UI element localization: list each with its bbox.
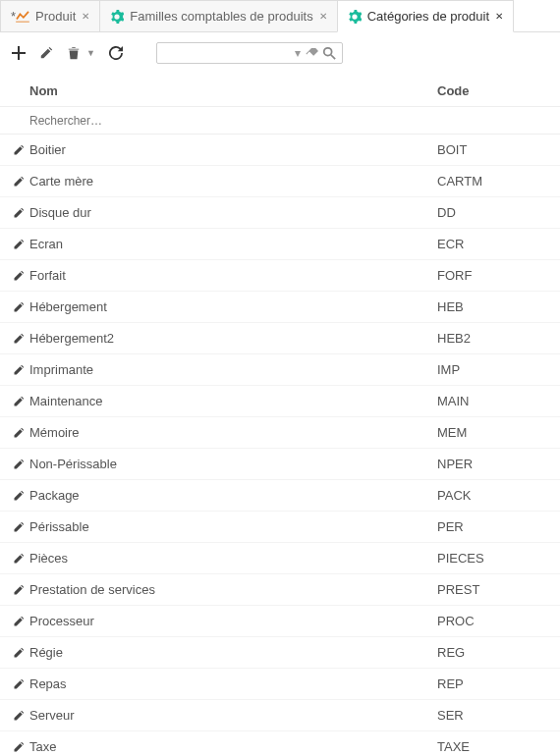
eraser-icon[interactable]: [305, 47, 318, 59]
table-row[interactable]: ServeurSER: [0, 700, 560, 731]
cell-nom: Périssable: [29, 519, 437, 534]
pencil-icon[interactable]: [8, 459, 29, 470]
cell-nom: Serveur: [29, 708, 437, 723]
table-row[interactable]: MémoireMEM: [0, 417, 560, 449]
tab-2[interactable]: Catégories de produit✕: [337, 0, 514, 32]
pencil-icon[interactable]: [8, 333, 29, 345]
cell-nom: Imprimante: [29, 362, 437, 377]
cell-code: TAXE: [437, 739, 560, 754]
search-icon[interactable]: [322, 46, 336, 60]
table-row[interactable]: RepasREP: [0, 669, 560, 700]
pencil-icon[interactable]: [8, 710, 29, 722]
delete-button[interactable]: [67, 46, 81, 60]
table-row[interactable]: Non-PérissableNPER: [0, 449, 560, 480]
table-row[interactable]: BoitierBOIT: [0, 135, 560, 166]
table-search-row: [0, 107, 560, 135]
cell-code: SER: [437, 708, 560, 723]
toolbar-search-input[interactable]: [163, 46, 291, 60]
pencil-icon[interactable]: [8, 647, 29, 659]
cell-code: BOIT: [437, 142, 560, 157]
edit-button[interactable]: [39, 46, 53, 60]
cell-nom: Mémoire: [29, 425, 437, 440]
pencil-icon[interactable]: [8, 678, 29, 690]
pencil-icon[interactable]: [8, 144, 29, 156]
pencil-icon[interactable]: [8, 364, 29, 376]
pencil-icon[interactable]: [8, 427, 29, 439]
cell-nom: Régie: [29, 645, 437, 660]
pencil-icon[interactable]: [8, 270, 29, 282]
pencil-icon[interactable]: [8, 741, 29, 753]
pencil-icon[interactable]: [8, 490, 29, 502]
cell-nom: Forfait: [29, 268, 437, 283]
column-header-code[interactable]: Code: [437, 83, 560, 98]
close-icon[interactable]: ✕: [319, 11, 327, 22]
tab-label: Catégories de produit: [367, 9, 489, 24]
table-row[interactable]: TaxeTAXE: [0, 731, 560, 756]
table-row[interactable]: PérissablePER: [0, 512, 560, 543]
table-row[interactable]: PiècesPIECES: [0, 543, 560, 574]
cell-code: HEB2: [437, 331, 560, 346]
cell-nom: Taxe: [29, 739, 437, 754]
column-header-nom[interactable]: Nom: [29, 83, 437, 98]
table-row[interactable]: ProcesseurPROC: [0, 606, 560, 637]
cell-code: FORF: [437, 268, 560, 283]
cell-nom: Non-Périssable: [29, 457, 437, 471]
toolbar: ▼ ▾: [0, 32, 560, 74]
column-search-input[interactable]: [29, 114, 560, 128]
cell-nom: Repas: [29, 676, 437, 691]
table-row[interactable]: Hébergement2HEB2: [0, 323, 560, 354]
pencil-icon[interactable]: [8, 396, 29, 407]
cell-code: IMP: [437, 362, 560, 377]
cell-nom: Disque dur: [29, 205, 437, 220]
toolbar-search[interactable]: ▾: [156, 42, 343, 64]
pencil-icon[interactable]: [8, 176, 29, 188]
cell-nom: Hébergement: [29, 299, 437, 314]
cell-code: PREST: [437, 582, 560, 597]
chart-icon: [16, 11, 29, 23]
table-row[interactable]: Prestation de servicesPREST: [0, 574, 560, 606]
table-row[interactable]: ForfaitFORF: [0, 260, 560, 292]
cell-code: ECR: [437, 237, 560, 251]
pencil-icon[interactable]: [8, 616, 29, 627]
table-row[interactable]: HébergementHEB: [0, 292, 560, 323]
refresh-button[interactable]: [109, 46, 123, 60]
table-row[interactable]: RégieREG: [0, 637, 560, 669]
table-row[interactable]: EcranECR: [0, 229, 560, 260]
close-icon[interactable]: ✕: [82, 11, 89, 22]
caret-down-icon[interactable]: ▾: [295, 46, 301, 60]
cell-nom: Carte mère: [29, 174, 437, 189]
cell-nom: Processeur: [29, 614, 437, 628]
svg-line-2: [331, 55, 335, 59]
cell-nom: Boitier: [29, 142, 437, 157]
cell-code: PER: [437, 519, 560, 534]
gear-icon: [110, 10, 124, 24]
table-row[interactable]: PackagePACK: [0, 480, 560, 512]
cell-code: DD: [437, 205, 560, 220]
cell-nom: Pièces: [29, 551, 437, 566]
tab-1[interactable]: Familles comptables de produits✕: [99, 0, 337, 31]
table-row[interactable]: Carte mèreCARTM: [0, 166, 560, 197]
cell-nom: Hébergement2: [29, 331, 437, 346]
pencil-icon[interactable]: [8, 584, 29, 596]
cell-code: PROC: [437, 614, 560, 628]
pencil-icon[interactable]: [8, 207, 29, 219]
pencil-icon[interactable]: [8, 301, 29, 313]
table-row[interactable]: ImprimanteIMP: [0, 354, 560, 386]
cell-nom: Package: [29, 488, 437, 503]
add-button[interactable]: [12, 46, 26, 60]
cell-code: MEM: [437, 425, 560, 440]
table-row[interactable]: MaintenanceMAIN: [0, 386, 560, 417]
close-icon[interactable]: ✕: [495, 11, 503, 22]
delete-dropdown-caret[interactable]: ▼: [86, 48, 95, 58]
pencil-icon[interactable]: [8, 239, 29, 250]
gear-icon: [348, 10, 362, 24]
pencil-icon[interactable]: [8, 553, 29, 565]
tab-label: Familles comptables de produits: [130, 9, 312, 24]
cell-nom: Maintenance: [29, 394, 437, 408]
cell-code: HEB: [437, 299, 560, 314]
cell-code: NPER: [437, 457, 560, 471]
table-row[interactable]: Disque durDD: [0, 197, 560, 229]
pencil-icon[interactable]: [8, 521, 29, 533]
tab-0[interactable]: * Produit✕: [0, 0, 100, 31]
table-body: BoitierBOITCarte mèreCARTMDisque durDDEc…: [0, 135, 560, 756]
